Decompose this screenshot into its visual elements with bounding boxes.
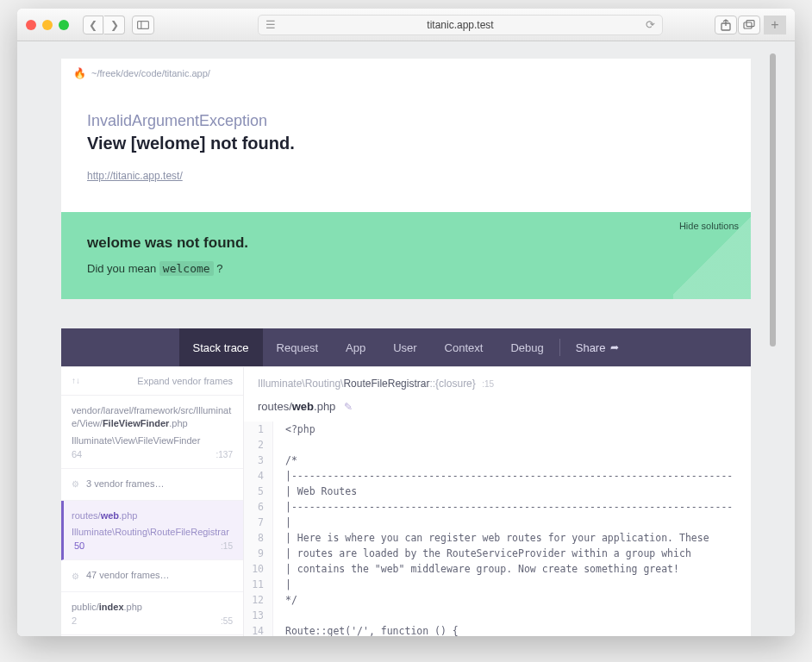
line-number: 12 <box>244 592 273 608</box>
toolbar-right <box>715 16 760 34</box>
forward-button[interactable]: ❯ <box>104 16 125 34</box>
back-button[interactable]: ❮ <box>83 16 103 34</box>
zoom-window-button[interactable] <box>59 20 69 30</box>
frame-line: :15 <box>221 541 233 551</box>
line-text: Route::get('/', function () { <box>273 623 459 636</box>
exception-class: InvalidArgumentException <box>87 112 725 130</box>
line-number: 8 <box>244 530 273 546</box>
code-line: 1<?php <box>244 422 751 437</box>
code-line: 14Route::get('/', function () { <box>244 623 751 636</box>
frame-class: Illuminate\View\FileViewFinder <box>72 434 233 447</box>
line-text: | routes are loaded by the RouteServiceP… <box>273 546 691 561</box>
stack-list-header: ↑↓ Expand vendor frames <box>61 367 243 396</box>
share-button-toolbar[interactable] <box>715 16 737 34</box>
code-line: 9| routes are loaded by the RouteService… <box>244 546 751 561</box>
tab-request[interactable]: Request <box>263 328 332 366</box>
code-line: 5| Web Routes <box>244 484 751 499</box>
line-text: <?php <box>273 422 315 437</box>
frame-number: 64 <box>72 449 82 459</box>
exception-message: View [welome] not found. <box>87 134 725 153</box>
line-text: */ <box>273 592 297 608</box>
frame-path: vendor/laravel/framework/src/Illuminate/… <box>72 404 233 431</box>
sidebar-toggle-button[interactable] <box>132 16 154 34</box>
line-number: 6 <box>244 499 273 515</box>
frame-line: :55 <box>221 616 233 626</box>
stack-frame[interactable]: ~/freek/.composer/vendor/laravel/valet/s… <box>61 635 243 636</box>
exception-url[interactable]: http://titanic.app.test/ <box>87 170 183 182</box>
line-number: 4 <box>244 468 273 484</box>
share-label: Share <box>576 341 606 354</box>
line-number: 1 <box>244 422 273 437</box>
line-number: 13 <box>244 608 273 623</box>
stack-frame[interactable]: public/index.php2:55 <box>61 592 243 635</box>
line-text: |---------------------------------------… <box>273 499 733 515</box>
frame-path: public/index.php <box>72 601 233 614</box>
browser-toolbar: ❮ ❯ ☰ titanic.app.test ⟳ + <box>17 9 795 41</box>
line-number: 7 <box>244 515 273 530</box>
code-line: 11| <box>244 577 751 592</box>
solution-body-suffix: ? <box>214 262 223 275</box>
frame-class: Illuminate\Routing\RouteFileRegistrar <box>72 526 233 539</box>
line-text: | Web Routes <box>273 484 357 499</box>
tab-user[interactable]: User <box>379 328 430 366</box>
nav-arrows-icon[interactable]: ↑↓ <box>72 376 80 386</box>
line-number: 14 <box>244 623 273 636</box>
hide-solutions-link[interactable]: Hide solutions <box>679 221 739 231</box>
tab-debug[interactable]: Debug <box>497 328 557 366</box>
browser-window: ❮ ❯ ☰ titanic.app.test ⟳ + <box>17 9 795 636</box>
gear-icon: ⚙ <box>72 479 79 489</box>
code-line: 6|--------------------------------------… <box>244 499 751 515</box>
solution-title: welome was not found. <box>87 234 725 252</box>
code-block: 1<?php23/*4|----------------------------… <box>244 422 751 636</box>
url-bar[interactable]: ☰ titanic.app.test ⟳ <box>258 15 663 35</box>
source-file-path: routes/ <box>258 400 292 413</box>
line-text: | <box>273 577 291 592</box>
expand-vendor-link[interactable]: Expand vendor frames <box>137 376 233 386</box>
code-preview: Illuminate\Routing\RouteFileRegistrar::{… <box>244 367 751 636</box>
source-file-header: routes/web.php ✎ <box>244 397 751 422</box>
source-file-name: web <box>292 400 314 413</box>
source-class-name: RouteFileRegistrar <box>343 378 429 390</box>
collapsed-label: 3 vendor frames… <box>86 478 164 490</box>
line-text: /* <box>273 453 297 468</box>
source-class-method: ::{closure} <box>429 378 475 390</box>
code-line: 12*/ <box>244 592 751 608</box>
code-line: 3/* <box>244 453 751 468</box>
tabs-button[interactable] <box>738 16 760 34</box>
share-icon: ➦ <box>610 341 619 353</box>
new-tab-button[interactable]: + <box>764 16 786 34</box>
line-number: 11 <box>244 577 273 592</box>
svg-rect-0 <box>138 21 149 28</box>
tab-context[interactable]: Context <box>431 328 497 366</box>
frame-number: 2 <box>72 615 77 626</box>
svg-rect-4 <box>746 21 754 27</box>
line-number: 2 <box>244 437 273 453</box>
refresh-icon[interactable]: ⟳ <box>646 18 655 31</box>
code-line: 8| Here is where you can register web ro… <box>244 530 751 546</box>
scrollbar-thumb[interactable] <box>770 53 776 347</box>
code-line: 13 <box>244 608 751 623</box>
code-line: 10| contains the "web" middleware group.… <box>244 561 751 577</box>
collapsed-label: 47 vendor frames… <box>86 569 170 582</box>
line-text: | contains the "web" middleware group. N… <box>273 561 679 577</box>
line-text: | <box>273 515 291 530</box>
edit-file-icon[interactable]: ✎ <box>344 401 353 413</box>
tab-stacktrace[interactable]: Stack trace <box>179 328 263 366</box>
collapsed-frames[interactable]: ⚙3 vendor frames… <box>61 469 243 500</box>
frame-line: :137 <box>216 450 233 459</box>
svg-rect-3 <box>744 22 752 28</box>
tab-app[interactable]: App <box>332 328 379 366</box>
page-content: 🔥 ~/freek/dev/code/titanic.app/ InvalidA… <box>17 41 795 636</box>
stack-frame[interactable]: routes/web.phpIlluminate\Routing\RouteFi… <box>61 501 243 561</box>
line-number: 5 <box>244 484 273 499</box>
collapsed-frames[interactable]: ⚙47 vendor frames… <box>61 560 243 591</box>
solution-body-prefix: Did you mean <box>87 262 159 275</box>
line-text: | Here is where you can register web rou… <box>273 530 709 546</box>
share-button[interactable]: Share ➦ <box>562 341 634 354</box>
code-line: 7| <box>244 515 751 530</box>
breadcrumb-path: ~/freek/dev/code/titanic.app/ <box>91 68 210 78</box>
stack-frame[interactable]: vendor/laravel/framework/src/Illuminate/… <box>61 396 243 469</box>
line-text <box>273 437 285 453</box>
close-window-button[interactable] <box>26 20 36 30</box>
minimize-window-button[interactable] <box>42 20 53 30</box>
